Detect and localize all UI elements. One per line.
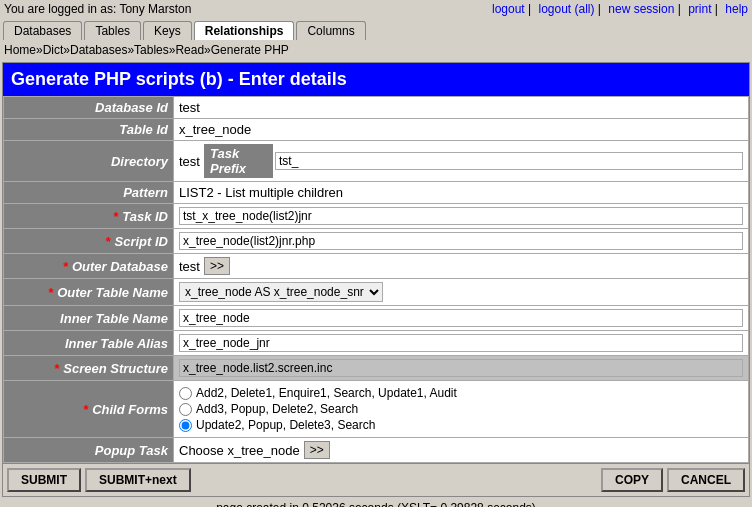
submit-button[interactable]: SUBMIT [7, 468, 81, 492]
outer-table-select[interactable]: x_tree_node AS x_tree_node_snr [179, 282, 383, 302]
footer-bar: SUBMIT SUBMIT+next COPY CANCEL [3, 463, 749, 496]
logout-link[interactable]: logout [492, 2, 525, 16]
outer-database-value-cell: test >> [174, 254, 749, 279]
screen-structure-input[interactable] [179, 359, 743, 377]
inner-alias-value-cell [174, 331, 749, 356]
script-id-label: * Script ID [4, 229, 174, 254]
main-content: Generate PHP scripts (b) - Enter details… [2, 62, 750, 497]
script-id-row: * Script ID [4, 229, 749, 254]
inner-table-value-cell [174, 306, 749, 331]
directory-value: test [179, 154, 200, 169]
pattern-row: Pattern LIST2 - List multiple children [4, 182, 749, 204]
outer-database-label: * Outer Database [4, 254, 174, 279]
database-id-row: Database Id test [4, 97, 749, 119]
child-forms-value-cell: Add2, Delete1, Enquire1, Search, Update1… [174, 381, 749, 438]
task-id-row: * Task ID [4, 204, 749, 229]
tab-tables[interactable]: Tables [84, 21, 141, 40]
child-forms-option-2[interactable]: Add3, Popup, Delete2, Search [179, 402, 743, 416]
outer-database-button[interactable]: >> [204, 257, 230, 275]
new-session-link[interactable]: new session [608, 2, 674, 16]
outer-database-value: test [179, 259, 200, 274]
copy-button[interactable]: COPY [601, 468, 663, 492]
form-table: Database Id test Table Id x_tree_node Di… [3, 96, 749, 463]
directory-row: Directory test Task Prefix [4, 141, 749, 182]
child-forms-radio-1[interactable] [179, 387, 192, 400]
child-forms-row: * Child Forms Add2, Delete1, Enquire1, S… [4, 381, 749, 438]
page-title: Generate PHP scripts (b) - Enter details [3, 63, 749, 96]
top-links: logout | logout (all) | new session | pr… [488, 2, 748, 16]
table-id-row: Table Id x_tree_node [4, 119, 749, 141]
print-link[interactable]: print [688, 2, 711, 16]
footer-right-buttons: COPY CANCEL [601, 468, 745, 492]
table-id-label: Table Id [4, 119, 174, 141]
required-star-child: * [83, 402, 92, 417]
footer-left-buttons: SUBMIT SUBMIT+next [7, 468, 191, 492]
database-id-label: Database Id [4, 97, 174, 119]
screen-structure-value-cell [174, 356, 749, 381]
inner-alias-input[interactable] [179, 334, 743, 352]
footer-status: page created in 0.52036 seconds (XSLT= 0… [0, 499, 752, 507]
tab-bar: Databases Tables Keys Relationships Colu… [0, 18, 752, 40]
outer-table-row: * Outer Table Name x_tree_node AS x_tree… [4, 279, 749, 306]
required-star-outer-db: * [63, 259, 72, 274]
popup-task-value: Choose x_tree_node [179, 443, 300, 458]
screen-structure-row: * Screen Structure [4, 356, 749, 381]
child-forms-option-3[interactable]: Update2, Popup, Delete3, Search [179, 418, 743, 432]
required-star-screen: * [55, 361, 64, 376]
breadcrumb: Home»Dict»Databases»Tables»Read»Generate… [0, 40, 752, 60]
inner-table-input[interactable] [179, 309, 743, 327]
inner-table-row: Inner Table Name [4, 306, 749, 331]
outer-table-label: * Outer Table Name [4, 279, 174, 306]
tab-keys[interactable]: Keys [143, 21, 192, 40]
task-prefix-label: Task Prefix [204, 144, 273, 178]
outer-table-value-cell: x_tree_node AS x_tree_node_snr [174, 279, 749, 306]
pattern-value: LIST2 - List multiple children [174, 182, 749, 204]
inner-alias-row: Inner Table Alias [4, 331, 749, 356]
child-forms-radio-group: Add2, Delete1, Enquire1, Search, Update1… [179, 384, 743, 434]
child-forms-radio-3[interactable] [179, 419, 192, 432]
logout-all-link[interactable]: logout (all) [539, 2, 595, 16]
child-forms-label: * Child Forms [4, 381, 174, 438]
child-forms-option-1[interactable]: Add2, Delete1, Enquire1, Search, Update1… [179, 386, 743, 400]
directory-label: Directory [4, 141, 174, 182]
screen-structure-label: * Screen Structure [4, 356, 174, 381]
help-link[interactable]: help [725, 2, 748, 16]
popup-task-value-cell: Choose x_tree_node >> [174, 438, 749, 463]
directory-value-cell: test Task Prefix [174, 141, 749, 182]
inner-table-label: Inner Table Name [4, 306, 174, 331]
table-id-value: x_tree_node [174, 119, 749, 141]
task-id-label: * Task ID [4, 204, 174, 229]
task-prefix-input[interactable] [275, 152, 743, 170]
required-star-script-id: * [106, 234, 115, 249]
script-id-input[interactable] [179, 232, 743, 250]
script-id-value-cell [174, 229, 749, 254]
cancel-button[interactable]: CANCEL [667, 468, 745, 492]
task-id-input[interactable] [179, 207, 743, 225]
popup-task-label: Popup Task [4, 438, 174, 463]
database-id-value: test [174, 97, 749, 119]
pattern-label: Pattern [4, 182, 174, 204]
popup-task-row: Popup Task Choose x_tree_node >> [4, 438, 749, 463]
submit-next-button[interactable]: SUBMIT+next [85, 468, 191, 492]
tab-databases[interactable]: Databases [3, 21, 82, 40]
inner-alias-label: Inner Table Alias [4, 331, 174, 356]
tab-relationships[interactable]: Relationships [194, 21, 295, 40]
outer-database-row: * Outer Database test >> [4, 254, 749, 279]
required-star-outer-table: * [49, 285, 58, 300]
popup-task-button[interactable]: >> [304, 441, 330, 459]
task-id-value-cell [174, 204, 749, 229]
required-star-task-id: * [114, 209, 123, 224]
child-forms-radio-2[interactable] [179, 403, 192, 416]
top-bar: You are logged in as: Tony Marston logou… [0, 0, 752, 18]
logged-in-label: You are logged in as: Tony Marston [4, 2, 191, 16]
tab-columns[interactable]: Columns [296, 21, 365, 40]
